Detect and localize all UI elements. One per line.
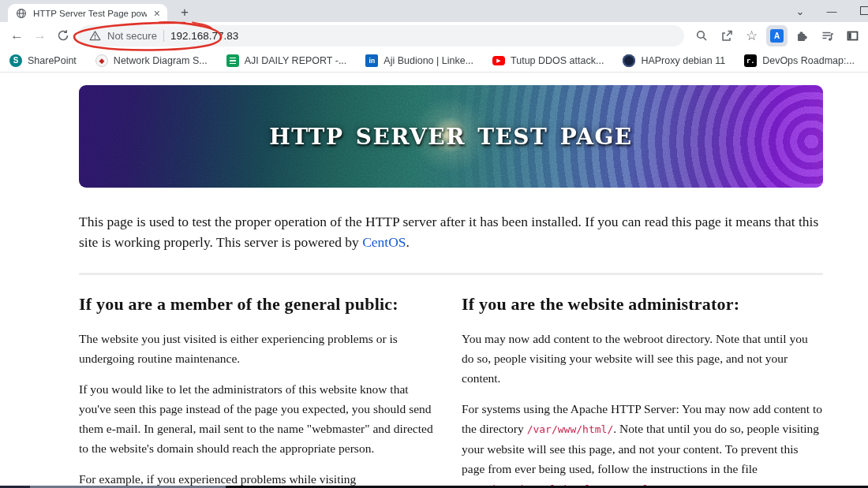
- browser-toolbar: ← → Not secure 192.168.77.83 ☆ A: [0, 22, 868, 49]
- page-title: HTTP SERVER TEST PAGE: [79, 85, 823, 188]
- extensions-puzzle-icon[interactable]: [791, 25, 813, 47]
- code-snippet: /var/www/html/: [527, 423, 614, 435]
- paragraph: You may now add content to the webroot d…: [462, 329, 823, 388]
- tab-search-chevron-icon[interactable]: ⌄: [784, 6, 816, 17]
- tab-title: HTTP Server Test Page powered: [33, 9, 147, 18]
- browser-tab[interactable]: HTTP Server Test Page powered ×: [8, 4, 167, 22]
- search-icon[interactable]: [690, 25, 712, 47]
- bookmark-haproxy[interactable]: HAProxy debian 11: [623, 54, 725, 67]
- page-content: HTTP SERVER TEST PAGE This page is used …: [0, 73, 868, 488]
- centos-link[interactable]: CentOS: [362, 234, 406, 250]
- translate-extension-icon[interactable]: A: [766, 25, 788, 47]
- google-sheets-icon: [226, 54, 239, 67]
- haproxy-icon: [623, 54, 635, 67]
- reload-button[interactable]: [52, 25, 73, 47]
- paragraph: For systems using the Apache HTTP Server…: [462, 399, 823, 488]
- public-heading: If you are a member of the general publi…: [79, 294, 440, 315]
- forward-button[interactable]: →: [29, 25, 51, 47]
- side-panel-icon[interactable]: [842, 25, 863, 47]
- bookmark-daily-report[interactable]: AJI DAILY REPORT -...: [226, 54, 347, 67]
- bookmark-devops-roadmap[interactable]: r. DevOps Roadmap:...: [744, 54, 855, 67]
- public-column: If you are a member of the general publi…: [79, 294, 440, 488]
- paragraph: The website you just visited is either e…: [79, 329, 440, 368]
- bookmark-star-icon[interactable]: ☆: [741, 25, 762, 47]
- media-playlist-icon[interactable]: [817, 25, 838, 47]
- paragraph: If you would like to let the administrat…: [79, 379, 440, 458]
- bookmark-youtube-ddos[interactable]: ▶ Tutup DDOS attack...: [492, 55, 604, 66]
- not-secure-warning-icon[interactable]: [89, 30, 101, 41]
- banner-image: HTTP SERVER TEST PAGE: [79, 85, 823, 188]
- linkedin-icon: in: [365, 54, 378, 67]
- tab-strip: HTTP Server Test Page powered × + ⌄ —: [0, 0, 868, 22]
- maximize-button[interactable]: [847, 6, 868, 17]
- admin-column: If you are the website administrator: Yo…: [462, 294, 823, 488]
- security-label[interactable]: Not secure: [107, 30, 157, 42]
- sharepoint-icon: S: [9, 54, 22, 67]
- section-divider: [79, 273, 823, 275]
- roadmap-icon: r.: [744, 54, 757, 67]
- omnibox-divider: [163, 30, 164, 42]
- share-icon[interactable]: [716, 25, 737, 47]
- new-tab-button[interactable]: +: [175, 3, 194, 22]
- intro-paragraph: This page is used to test the proper ope…: [79, 211, 823, 252]
- bookmark-network-diagram[interactable]: ◆ Network Diagram S...: [95, 54, 208, 67]
- network-diagram-icon: ◆: [95, 54, 108, 67]
- globe-favicon-icon: [15, 7, 28, 20]
- tab-close-icon[interactable]: ×: [152, 8, 162, 19]
- back-button[interactable]: ←: [6, 25, 28, 47]
- address-bar[interactable]: Not secure 192.168.77.83: [78, 25, 684, 47]
- url-text[interactable]: 192.168.77.83: [170, 30, 238, 42]
- youtube-icon: ▶: [492, 56, 505, 65]
- bookmarks-bar: S SharePoint ◆ Network Diagram S... AJI …: [0, 49, 868, 73]
- minimize-button[interactable]: —: [816, 6, 847, 17]
- admin-heading: If you are the website administrator:: [462, 294, 823, 315]
- bookmark-linkedin[interactable]: in Aji Budiono | Linke...: [365, 54, 473, 67]
- bookmark-sharepoint[interactable]: S SharePoint: [9, 54, 77, 67]
